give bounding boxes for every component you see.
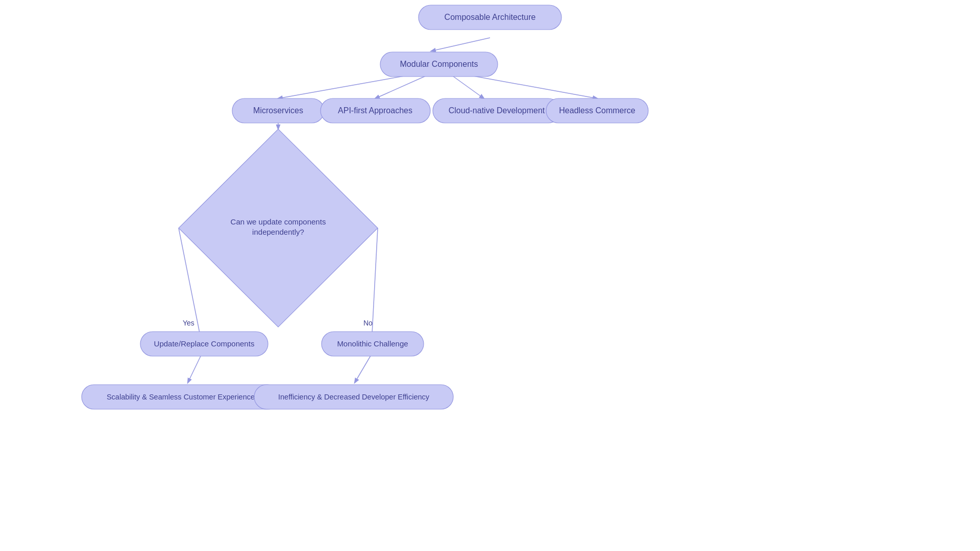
headless-commerce-label: Headless Commerce (559, 106, 635, 115)
api-first-label: API-first Approaches (338, 106, 412, 115)
composable-architecture-label: Composable Architecture (445, 13, 536, 21)
scalability-label: Scalability & Seamless Customer Experien… (107, 393, 255, 401)
decision-label-line1: Can we update components (231, 217, 326, 226)
cloud-native-label: Cloud-native Development (449, 106, 545, 115)
arrow-monolithic-inefficiency (355, 354, 372, 383)
monolithic-challenge-label: Monolithic Challenge (337, 339, 408, 348)
modular-components-label: Modular Components (400, 60, 478, 68)
microservices-label: Microservices (253, 106, 303, 115)
inefficiency-label: Inefficiency & Decreased Developer Effic… (278, 393, 430, 401)
arrow-composable-modular (431, 38, 490, 51)
arrow-update-scalability (188, 354, 202, 383)
yes-label: Yes (183, 319, 194, 327)
arrow-modular-microservices (278, 73, 419, 98)
update-replace-label: Update/Replace Components (154, 339, 255, 348)
arrow-modular-api (375, 73, 431, 98)
arrow-modular-headless (459, 73, 597, 98)
flowchart-diagram: Yes No Composable Architecture Modular C… (0, 0, 980, 551)
no-label: No (363, 319, 373, 327)
decision-label-line2: independently? (252, 228, 304, 236)
